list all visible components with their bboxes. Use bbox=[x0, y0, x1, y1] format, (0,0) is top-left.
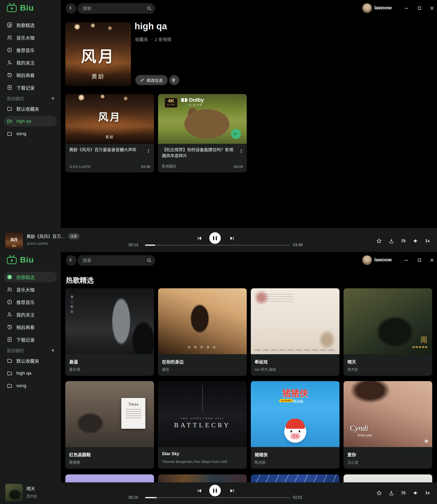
sidebar-folder-high-qa[interactable]: high qa bbox=[4, 116, 57, 126]
volume-icon[interactable] bbox=[413, 238, 419, 244]
user-avatar[interactable] bbox=[362, 3, 372, 13]
pause-button[interactable] bbox=[209, 485, 221, 496]
song-card[interactable]: 在 你 的 身 边 在你的身边 盛哲 bbox=[158, 288, 247, 376]
next-track-icon[interactable] bbox=[229, 235, 235, 241]
username: lawoow bbox=[374, 257, 392, 263]
playback-speed-button[interactable]: 1x bbox=[425, 491, 430, 495]
favorite-star-icon[interactable] bbox=[376, 490, 382, 496]
search-icon[interactable] bbox=[147, 258, 152, 263]
lossless-badge: 无损 bbox=[68, 233, 79, 239]
sidebar-item-watch-later[interactable]: 稍后再看 bbox=[4, 70, 57, 80]
video-card[interactable]: 风月 黄龄 黄龄《风月》百万豪装录音棚大声听 JLRS-LeoFM 03:49 bbox=[65, 94, 154, 172]
back-button[interactable] bbox=[66, 255, 76, 266]
user-avatar[interactable] bbox=[362, 255, 372, 265]
now-playing-title: 黄龄《风月》百万... bbox=[26, 233, 65, 239]
more-options-icon[interactable] bbox=[145, 147, 152, 154]
video-channel: 影视飓风 bbox=[162, 164, 176, 169]
sidebar-item-watch-later[interactable]: 稍后再看 bbox=[4, 322, 57, 332]
sidebar-folder-high-qa[interactable]: high qa bbox=[4, 368, 57, 379]
sidebar-item-recommended[interactable]: 推荐音乐 bbox=[4, 297, 57, 307]
meta-dot: · bbox=[151, 37, 152, 42]
sidebar-folder-default[interactable]: 默认收藏夹 bbox=[4, 103, 57, 114]
app-logo[interactable]: Biu bbox=[7, 255, 34, 265]
delete-collection-button[interactable] bbox=[169, 75, 179, 85]
badge-4k: 4K ULTRA bbox=[164, 97, 178, 108]
minimize-button[interactable] bbox=[403, 256, 410, 264]
progress-bar[interactable] bbox=[145, 497, 290, 498]
video-card[interactable]: 4K ULTRA Dolby VISION 【杜比视界】你的设备能撑住吗？影视飓… bbox=[158, 94, 247, 172]
sidebar-item-recommended[interactable]: 推荐音乐 bbox=[4, 45, 57, 55]
app-logo-text: Biu bbox=[20, 3, 34, 12]
favorite-star-icon[interactable] bbox=[376, 238, 382, 244]
pig-mascot bbox=[284, 421, 306, 443]
now-playing-thumbnail[interactable]: 风月 黄龄 bbox=[5, 232, 23, 249]
sidebar-item-hot-songs[interactable]: 热歌精选 bbox=[4, 272, 57, 282]
previous-track-icon[interactable] bbox=[197, 488, 202, 494]
cover-decoration bbox=[257, 294, 293, 302]
now-playing-thumbnail[interactable] bbox=[5, 484, 23, 501]
close-button[interactable] bbox=[428, 4, 436, 12]
download-icon[interactable] bbox=[388, 490, 394, 496]
search-bar bbox=[77, 255, 155, 266]
sidebar-folder-label: 默认收藏夹 bbox=[16, 106, 39, 112]
recommend-icon bbox=[7, 47, 12, 53]
song-card[interactable]: 牵丝戏 Aki 阿杰,银临 bbox=[251, 288, 339, 376]
play-button[interactable] bbox=[231, 129, 241, 139]
song-artist: Thomas Bergersen,Two Steps From Hell bbox=[162, 460, 242, 463]
sidebar-item-hot-songs[interactable]: 热歌精选 bbox=[4, 20, 57, 30]
back-button[interactable] bbox=[66, 3, 76, 14]
search-input[interactable] bbox=[82, 3, 143, 14]
person-check-icon bbox=[7, 312, 12, 317]
close-button[interactable] bbox=[428, 256, 436, 264]
download-icon[interactable] bbox=[388, 238, 394, 244]
sidebar-item-downloads[interactable]: 下载记录 bbox=[4, 82, 57, 93]
window-hot-songs-view: Biu 热歌精选 音乐大咖 推荐音乐 我的关注 稍后再看 下载记录 我创建的 bbox=[0, 252, 437, 504]
minimize-button[interactable] bbox=[403, 4, 410, 12]
sidebar-item-my-follows[interactable]: 我的关注 bbox=[4, 57, 57, 68]
video-thumbnail[interactable]: 4K ULTRA Dolby VISION bbox=[158, 94, 247, 144]
created-section: 我创建的 + bbox=[7, 347, 56, 353]
sidebar-item-label: 热歌精选 bbox=[16, 274, 35, 280]
video-thumbnail[interactable]: 风月 黄龄 bbox=[65, 94, 154, 144]
sidebar-item-downloads[interactable]: 下载记录 bbox=[4, 334, 57, 345]
volume-icon[interactable] bbox=[413, 490, 419, 496]
song-card[interactable]: 猪猪侠 GG-BOND 陈洁丽 猪猪侠 陈洁丽 bbox=[251, 381, 339, 469]
next-track-icon[interactable] bbox=[229, 488, 235, 494]
folder-icon bbox=[7, 383, 12, 389]
cover-decoration bbox=[202, 385, 203, 412]
song-cover: TWO STEPS FROM HELL BATTLECRY bbox=[158, 381, 247, 447]
pause-button[interactable] bbox=[209, 232, 221, 244]
song-card[interactable]: Cyndi loves you ✻ 爱你 王心凌 bbox=[344, 381, 432, 469]
maximize-button[interactable] bbox=[416, 256, 423, 264]
cover-decoration bbox=[413, 346, 428, 348]
cover-overlay-text: 猪猪侠 bbox=[251, 386, 339, 399]
song-card[interactable]: TWO STEPS FROM HELL BATTLECRY Star Sky T… bbox=[158, 381, 247, 469]
sidebar-item-music-stars[interactable]: 音乐大咖 bbox=[4, 284, 57, 295]
sidebar-folder-song[interactable]: song bbox=[4, 128, 57, 139]
search-icon[interactable] bbox=[147, 6, 152, 11]
playback-speed-button[interactable]: 1x bbox=[425, 238, 430, 243]
previous-track-icon[interactable] bbox=[197, 235, 202, 241]
edit-info-button[interactable]: 修改信息 bbox=[135, 75, 168, 85]
video-title: 黄龄《风月》百万豪装录音棚大声听 bbox=[69, 147, 141, 153]
sidebar-folder-song[interactable]: song bbox=[4, 381, 57, 391]
app-logo[interactable]: Biu bbox=[7, 3, 34, 12]
add-folder-button[interactable]: + bbox=[50, 348, 56, 353]
sidebar-folder-default[interactable]: 默认收藏夹 bbox=[4, 355, 57, 366]
playlist-icon[interactable] bbox=[401, 490, 407, 496]
cover-overlay-text: Cyndi bbox=[350, 424, 368, 432]
dolby-vision-word: VISION bbox=[189, 104, 204, 106]
search-input[interactable] bbox=[82, 255, 143, 266]
pencil-icon bbox=[140, 78, 144, 82]
sidebar-item-my-follows[interactable]: 我的关注 bbox=[4, 309, 57, 320]
more-options-icon[interactable] bbox=[238, 147, 245, 154]
sidebar-item-music-stars[interactable]: 音乐大咖 bbox=[4, 32, 57, 43]
add-folder-button[interactable]: + bbox=[50, 96, 56, 101]
playlist-icon[interactable] bbox=[401, 238, 407, 244]
song-card[interactable]: 第二街区 悬溺 葛东琪 bbox=[65, 288, 154, 376]
song-card[interactable]: Tanya 红色高跟鞋 蔡健雅 bbox=[65, 381, 154, 469]
song-card[interactable]: 周 晴天 周杰伦 bbox=[344, 288, 432, 376]
maximize-button[interactable] bbox=[416, 4, 423, 12]
progress-bar[interactable] bbox=[145, 245, 290, 246]
song-title: 晴天 bbox=[348, 359, 356, 365]
